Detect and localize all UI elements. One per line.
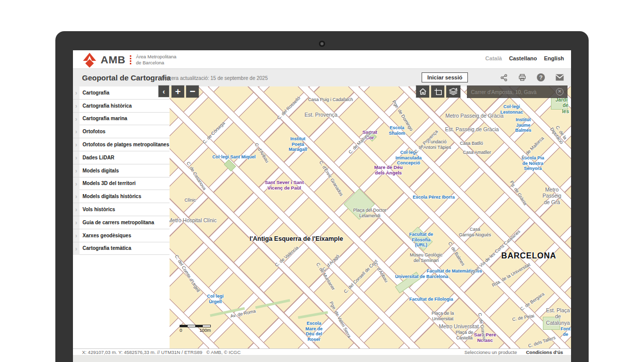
help-icon[interactable]: ? xyxy=(536,73,545,82)
map-label: Escola Pérez Iborra xyxy=(413,195,455,200)
amb-logo[interactable]: AMB Àrea Metropolitana de Barcelona xyxy=(82,53,177,66)
sidebar-item-vols-hist-rics[interactable]: ›Vols històrics xyxy=(73,203,170,216)
street-label: C. de Còrsega xyxy=(202,121,226,145)
sidebar-item-label: Cartografia temàtica xyxy=(83,245,131,251)
avenue-median xyxy=(255,299,290,309)
chevron-right-icon: › xyxy=(73,164,79,177)
amb-logo-icon xyxy=(82,53,97,66)
product-hint: Seleccioneu un producte xyxy=(464,349,517,355)
sidebar-item-cartografia-hist-rica[interactable]: ›Cartografia històrica xyxy=(73,100,170,113)
previous-extent-button[interactable] xyxy=(431,85,444,98)
mail-icon[interactable] xyxy=(555,73,564,82)
last-updated: Darrera actualització: 15 de septembre d… xyxy=(162,75,268,81)
sidebar-item-cartografia-tem-tica[interactable]: ›Cartografia temàtica xyxy=(73,242,170,255)
map-label: Metro Passeig de Gràcia xyxy=(445,113,504,119)
sidebar-item-label: Guia de carrers metropolitana xyxy=(83,220,154,225)
map-label: Col·legi Sant Miquel xyxy=(212,154,256,160)
org-name: Àrea Metropolitana de Barcelona xyxy=(136,54,176,66)
title-bar: Geoportal de Cartografia Darrera actuali… xyxy=(73,68,571,86)
park-patch xyxy=(224,159,236,171)
map-label: Font de xyxy=(560,326,571,337)
chevron-right-icon: › xyxy=(73,203,79,216)
map-label: Metro Universitat xyxy=(439,323,478,329)
sidebar-item-dades-lidar[interactable]: ›Dades LiDAR xyxy=(73,151,170,164)
sidebar-item-models-digitals[interactable]: ›Models digitals xyxy=(73,164,170,177)
webcam-icon xyxy=(319,41,325,47)
chevron-right-icon: › xyxy=(73,138,79,151)
chevron-right-icon: › xyxy=(73,177,79,190)
sidebar-collapse-button[interactable]: ‹ xyxy=(158,85,169,97)
map-label: Casa Puig i Cadafalch xyxy=(308,97,353,103)
map-label: Casa Garriga-Nogués xyxy=(459,227,491,237)
avenue-median xyxy=(298,311,328,319)
scalebar-max: 100m xyxy=(199,328,211,333)
map-label: Est. Passeig de Gràcia xyxy=(445,126,499,132)
cursor-coordinates: X: 429107,03 m. Y: 4582576,33 m. // UTM3… xyxy=(82,349,202,355)
status-bar: X: 429107,03 m. Y: 4582576,33 m. // UTM3… xyxy=(73,348,571,355)
map-label: Metro Hospital Clínic xyxy=(170,217,216,223)
sidebar-item-ortofotos-de-platges-metropolitanes[interactable]: ›Ortofotos de platges metropolitanes xyxy=(73,138,170,151)
map-label: Col·legi Lestonnac xyxy=(500,104,523,115)
street-label: C. de Mallorca xyxy=(348,131,372,155)
scalebar-segments xyxy=(180,325,211,327)
street-label: C. d'Aribau xyxy=(254,142,270,163)
chevron-right-icon: › xyxy=(73,229,79,242)
sidebar-item-label: Ortofotos xyxy=(83,129,106,134)
sidebar-item-label: Vols històrics xyxy=(83,207,115,212)
street-label: C. d'Aribau xyxy=(373,261,389,283)
print-icon[interactable] xyxy=(518,73,527,82)
sidebar-item-guia-de-carrers-metropolitana[interactable]: ›Guia de carrers metropolitana xyxy=(73,216,170,229)
map-canvas[interactable]: Casa Puig i CadafalchEst. ProvençaMetro … xyxy=(170,86,571,348)
map-label: Mare de Déu dels Àngels xyxy=(374,164,403,175)
search-input[interactable] xyxy=(471,89,556,95)
map-label: Institut Jaume Balmes xyxy=(515,117,531,133)
map-label: de les xyxy=(562,103,569,115)
app-window: AMB Àrea Metropolitana de Barcelona Cata… xyxy=(73,50,571,362)
chevron-right-icon: › xyxy=(73,86,79,99)
map-label: Universitat de Barcelona xyxy=(395,274,448,280)
chevron-right-icon: › xyxy=(73,242,79,255)
title-bar-icons: ? xyxy=(499,73,564,82)
sidebar-item-label: Models digitals xyxy=(83,168,119,173)
map-label: Plaça de Castella xyxy=(455,330,473,340)
sidebar-item-xarxes-geod-siques[interactable]: ›Xarxes geodèsiques xyxy=(73,229,170,242)
sidebar-item-cartografia-marina[interactable]: ›Cartografia marina xyxy=(73,113,170,126)
map-scalebar: 0 100m xyxy=(180,325,211,333)
chevron-right-icon: › xyxy=(73,100,79,112)
map-label: Sant Sever i Sant Vicenç de Paül xyxy=(265,179,304,191)
street-label: C. dels Tallers xyxy=(528,335,556,348)
zoom-out-button[interactable]: − xyxy=(186,85,199,98)
map-label: Metro Passeig de Grà xyxy=(542,187,561,205)
scalebar-zero: 0 xyxy=(180,328,182,333)
street-label: Rda. de la Universitat xyxy=(491,262,531,288)
mockup-stage: AMB Àrea Metropolitana de Barcelona Cata… xyxy=(0,0,644,362)
map-label: Museu Geològic del Seminari xyxy=(410,252,442,263)
chevron-right-icon: › xyxy=(73,190,79,203)
map-label: Facultat de Filosofia (URL) xyxy=(409,232,433,248)
map-label: l'Antiga Esquerra de l'Eixample xyxy=(250,235,343,243)
language-català[interactable]: Català xyxy=(486,55,502,61)
chevron-right-icon: › xyxy=(73,216,79,229)
street-label: Pge. de Valeri Serra xyxy=(328,301,352,339)
page-title: Geoportal de Cartografia xyxy=(82,73,171,82)
language-castellano[interactable]: Castellano xyxy=(509,55,537,61)
map-attribution: © AMB, © ICGC xyxy=(206,349,240,355)
sidebar-item-cartografia[interactable]: ›Cartografia xyxy=(73,86,170,100)
layers-button[interactable] xyxy=(446,85,460,98)
sidebar-item-models-3d-del-territori[interactable]: ›Models 3D del territori xyxy=(73,177,170,191)
sidebar-item-ortofotos[interactable]: ›Ortofotos xyxy=(73,125,170,138)
sidebar-item-models-digitals-hist-rics[interactable]: ›Models digitals històrics xyxy=(73,190,170,203)
sidebar-item-label: Ortofotos de platges metropolitanes xyxy=(83,142,169,147)
zoom-in-button[interactable]: + xyxy=(172,85,184,98)
language-english[interactable]: English xyxy=(544,55,564,61)
map-label: Est. Provença xyxy=(304,112,337,118)
sidebar-item-label: Dades LiDAR xyxy=(83,155,114,160)
share-icon[interactable] xyxy=(499,73,508,82)
search-clear-icon[interactable]: ✕ xyxy=(556,88,564,96)
sidebar-item-label: Models 3D del territori xyxy=(83,180,136,186)
login-button[interactable]: Iniciar sessió xyxy=(422,72,468,82)
home-extent-button[interactable] xyxy=(416,85,429,98)
terms-link[interactable]: Condicions d'ús xyxy=(526,349,563,355)
map-label: Facultat de Filologia xyxy=(409,297,453,302)
sidebar-item-label: Xarxes geodèsiques xyxy=(83,233,131,238)
